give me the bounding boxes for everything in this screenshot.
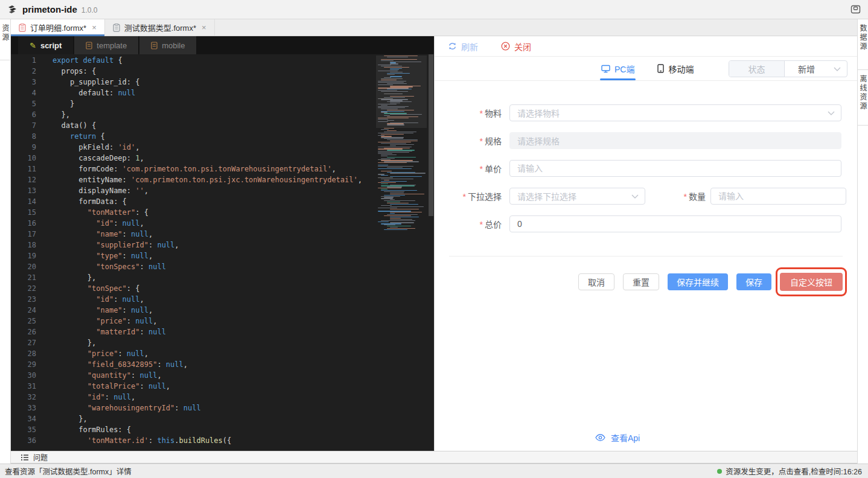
- field-label: *规格: [445, 135, 502, 147]
- view-api-label: 查看Api: [611, 432, 640, 444]
- field-label: *单价: [445, 162, 502, 174]
- monitor-icon: [601, 65, 610, 73]
- editor-tab-bar: ✎ script template: [11, 36, 434, 54]
- code-line: 1export default {: [11, 55, 434, 66]
- custom-button[interactable]: 自定义按钮: [780, 273, 843, 291]
- sidebar-item-resources[interactable]: 资源: [0, 19, 10, 42]
- problems-panel-header[interactable]: 问题: [11, 451, 857, 464]
- editor-tab-label: script: [40, 41, 62, 50]
- editor-tab-label: mobile: [162, 41, 185, 50]
- form-file-icon: [113, 24, 120, 32]
- code-line: 7 data() {: [11, 120, 434, 131]
- form-file-icon: [19, 24, 26, 32]
- status-right[interactable]: 资源发生变更，点击查看,检查时间:16:26: [717, 465, 862, 477]
- tab-mobile[interactable]: mobile: [139, 36, 196, 54]
- form-preview-panel: 刷新 关闭: [434, 36, 857, 451]
- refresh-label: 刷新: [461, 40, 478, 53]
- status-value: 新增: [798, 63, 815, 75]
- status-bar: 查看资源「测试数据类型.formx」详情 资源发生变更，点击查看,检查时间:16…: [0, 464, 868, 478]
- right-sidebar: 数据源 离线资源: [857, 19, 868, 464]
- chevron-down-icon: [834, 67, 841, 71]
- file-tab-label: 订单明细.formx*: [30, 22, 86, 33]
- total-input[interactable]: [510, 216, 841, 232]
- form-button-row: 取消 重置 保存并继续 保存 自定义按钮: [578, 273, 843, 291]
- status-label[interactable]: 状态: [729, 61, 785, 77]
- view-api-link[interactable]: 查看Api: [595, 432, 640, 444]
- field-row-spec: *规格 请选择规格: [445, 132, 841, 149]
- editor-scrollbar[interactable]: [428, 54, 434, 451]
- code-line: 34 },: [11, 413, 434, 424]
- placeholder-text: 请选择下拉选择: [510, 190, 576, 202]
- field-row-price: *单价: [445, 160, 841, 177]
- code-line: 33 "warehousingentryId": null: [11, 403, 434, 413]
- file-tab-test-datatype[interactable]: 测试数据类型.formx* ×: [105, 19, 215, 36]
- title-bar: primeton-ide 1.0.0: [0, 0, 868, 19]
- cancel-button[interactable]: 取消: [578, 273, 614, 290]
- app-title: primeton-ide: [22, 4, 77, 14]
- dropdown-select[interactable]: 请选择下拉选择: [509, 188, 645, 205]
- code-line: 28 "price": null,: [11, 348, 434, 359]
- field-label: *总价: [445, 218, 502, 230]
- main-area: 订单明细.formx* × 测试数据类型.formx* × ✎ script: [11, 19, 857, 464]
- field-row-dropdown-quantity: *下拉选择 请选择下拉选择 *数量: [445, 188, 846, 205]
- matter-select[interactable]: 请选择物料: [509, 104, 841, 121]
- app-logo-icon: [7, 5, 18, 14]
- device-tab-bar: PC端 移动端 状态 新增: [435, 57, 857, 81]
- code-lines: 1export default {2 props: {3 p_supplier_…: [11, 55, 434, 446]
- close-icon[interactable]: ×: [202, 23, 206, 32]
- code-line: 2 props: {: [11, 66, 434, 77]
- sidebar-item-datasource[interactable]: 数据源: [858, 19, 868, 51]
- minimap[interactable]: [376, 56, 427, 233]
- placeholder-text: 请选择物料: [510, 107, 560, 119]
- code-line: 13 displayName: '',: [11, 185, 434, 196]
- list-icon: [21, 454, 29, 461]
- tab-pc[interactable]: PC端: [601, 57, 634, 80]
- code-line: 29 "field_68342895": null,: [11, 359, 434, 370]
- refresh-button[interactable]: 刷新: [448, 40, 478, 53]
- code-line: 22 "tonSpec": {: [11, 283, 434, 294]
- tab-template[interactable]: template: [74, 36, 138, 54]
- sidebar-item-offline-resources[interactable]: 离线资源: [858, 70, 868, 111]
- price-input[interactable]: [510, 161, 841, 176]
- tab-script[interactable]: ✎ script: [18, 36, 73, 54]
- spec-select[interactable]: 请选择规格: [509, 132, 841, 149]
- code-line: 11 formCode: 'com.primeton.ton.psi.tonWa…: [11, 164, 434, 174]
- divider: [449, 256, 843, 257]
- file-tab-order-detail[interactable]: 订单明细.formx* ×: [11, 19, 105, 36]
- field-row-matter: *物料 请选择物料: [445, 104, 841, 121]
- code-area[interactable]: 1export default {2 props: {3 p_supplier_…: [11, 54, 434, 451]
- reset-button[interactable]: 重置: [623, 273, 659, 290]
- save-button[interactable]: 保存: [736, 273, 771, 290]
- code-line: 5 }: [11, 98, 434, 109]
- code-line: 18 "supplierId": null,: [11, 240, 434, 250]
- code-line: 4 default: null: [11, 88, 434, 98]
- code-line: 6 },: [11, 109, 434, 120]
- status-right-text: 资源发生变更，点击查看,检查时间:16:26: [726, 465, 862, 477]
- close-preview-button[interactable]: 关闭: [501, 40, 531, 53]
- eye-icon: [595, 434, 605, 441]
- field-label: *物料: [445, 107, 502, 119]
- problems-label: 问题: [33, 452, 48, 462]
- panel-toggle-icon[interactable]: [850, 5, 861, 14]
- code-line: 19 "type": null,: [11, 250, 434, 261]
- code-line: 24 "name": null,: [11, 305, 434, 316]
- status-value-dropdown[interactable]: 新增: [785, 61, 847, 77]
- status-control: 状态 新增: [729, 60, 847, 77]
- refresh-icon: [448, 42, 457, 51]
- document-icon: [86, 42, 92, 49]
- quantity-input[interactable]: [711, 188, 846, 204]
- close-circle-icon: [501, 42, 510, 51]
- editor-tab-label: template: [97, 41, 127, 50]
- quantity-input-wrap: [710, 188, 846, 205]
- code-line: 27 },: [11, 337, 434, 348]
- save-and-continue-button[interactable]: 保存并继续: [668, 273, 728, 290]
- code-line: 16 "id": null,: [11, 218, 434, 229]
- device-tab-label: 移动端: [668, 63, 694, 75]
- status-left-text[interactable]: 查看资源「测试数据类型.formx」详情: [5, 465, 132, 477]
- tab-mobile-device[interactable]: 移动端: [657, 57, 694, 80]
- close-icon[interactable]: ×: [92, 23, 97, 32]
- preview-toolbar: 刷新 关闭: [435, 36, 857, 57]
- code-line: 9 pkField: 'id',: [11, 142, 434, 153]
- document-icon: [151, 42, 158, 49]
- pencil-icon: ✎: [30, 41, 36, 50]
